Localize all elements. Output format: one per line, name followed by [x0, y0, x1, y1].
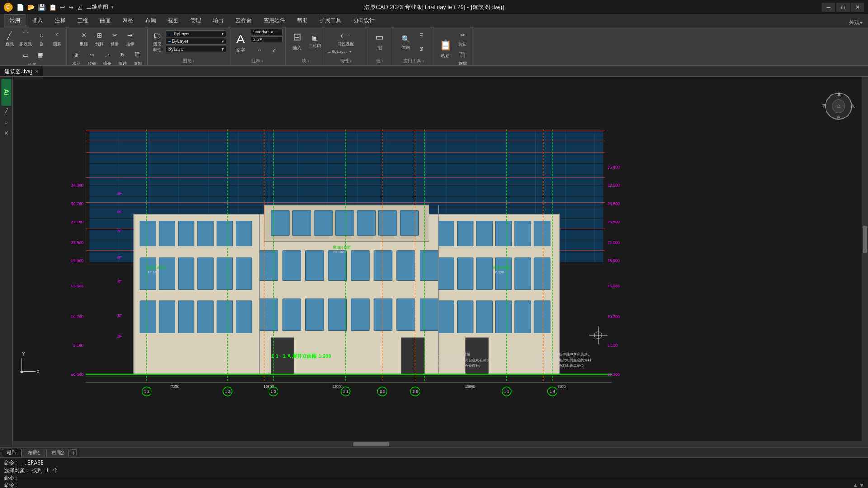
canvas-area[interactable]: ±0.000 5.100 10.200 15.600 19.900 23.500… — [13, 77, 868, 447]
circle-button[interactable]: ○ 圆 — [35, 29, 48, 48]
stretch-button[interactable]: ⇔ 拉伸 — [85, 49, 99, 66]
ai-button[interactable]: Ai — [1, 79, 11, 106]
group-button[interactable]: ▭ 组 — [371, 29, 388, 52]
tab-extend[interactable]: 扩展工具 — [314, 14, 347, 27]
vertical-scrollbar[interactable] — [862, 77, 868, 447]
svg-rect-85 — [259, 299, 278, 331]
rectangle-button[interactable]: ▭ — [19, 49, 33, 61]
doc-tab-close[interactable]: ✕ — [35, 69, 38, 74]
insert-block-button[interactable]: ⊞ 插入 — [288, 29, 306, 52]
left-tool-3[interactable]: ✕ — [1, 128, 11, 138]
tab-manage[interactable]: 管理 — [184, 14, 207, 27]
text-style-selector[interactable]: Standard ▾ — [251, 29, 283, 35]
draw-group-label[interactable]: 绘图 ▾ — [28, 61, 39, 66]
tab-annotate[interactable]: 注释 — [49, 14, 71, 27]
block-group-label[interactable]: 块 ▾ — [302, 57, 309, 64]
ribbon-group-modify: ✕ 删除 ⊞ 分解 ✂ 修剪 ⇥ 延伸 ⊕ 移动 ⇔ 拉伸 — [67, 27, 148, 65]
left-tool-2[interactable]: ○ — [1, 117, 11, 127]
scrollbar-thumb-vertical[interactable] — [863, 226, 867, 253]
properties-group-label[interactable]: 特性 ▾ — [340, 57, 352, 64]
group-group-label[interactable]: 组 ▾ — [376, 57, 383, 64]
restore-button[interactable]: □ — [836, 3, 850, 12]
model-tab-layout1[interactable]: 布局1 — [23, 449, 45, 457]
dimension-button[interactable]: ↔ — [253, 43, 266, 56]
query-button[interactable]: 🔍 查询 — [399, 33, 413, 52]
tab-surface[interactable]: 曲面 — [94, 14, 117, 27]
extend-button[interactable]: ⇥ 延伸 — [123, 29, 137, 48]
text-button[interactable]: A 文字 — [232, 31, 249, 54]
match-properties-button[interactable]: ⟵ 特性匹配 — [328, 29, 363, 48]
utilities-group-label[interactable]: 实用工具 ▾ — [403, 57, 424, 64]
tab-output[interactable]: 输出 — [207, 14, 230, 27]
tab-collab[interactable]: 协同设计 — [347, 14, 381, 27]
decompose-button[interactable]: ⊞ 分解 — [93, 29, 106, 48]
save-icon[interactable]: 💾 — [37, 3, 47, 12]
paste-button[interactable]: 📋 粘贴 — [437, 37, 454, 60]
move-button[interactable]: ⊕ 移动 — [70, 49, 83, 66]
open-icon[interactable]: 📂 — [26, 3, 36, 12]
cmdline-scroll-down[interactable]: ▼ — [859, 482, 864, 488]
tab-mesh[interactable]: 网格 — [117, 14, 139, 27]
layer-group-label[interactable]: 图层 ▾ — [183, 57, 194, 64]
svg-text:35.400: 35.400 — [607, 165, 620, 169]
tab-help[interactable]: 帮助 — [291, 14, 314, 27]
annotate-group-label[interactable]: 注释 ▾ — [251, 57, 263, 64]
tab-apps[interactable]: 应用软件 — [258, 14, 291, 27]
copy-clip-button[interactable]: ⿻ 复制 — [456, 49, 469, 66]
layer-properties-button[interactable]: 🗂 图层特性 — [151, 29, 164, 54]
hatch-button[interactable]: ▦ — [34, 49, 48, 61]
svg-text:2F: 2F — [117, 334, 122, 338]
qrcode-button[interactable]: ▣ 二维码 — [307, 31, 322, 50]
horizontal-scrollbar[interactable] — [13, 441, 862, 447]
redo-icon[interactable]: ↪ — [67, 3, 75, 12]
close-button[interactable]: ✕ — [851, 3, 864, 12]
cut-button[interactable]: ✂ 剪切 — [456, 29, 469, 48]
line-button[interactable]: ╱ 直线 — [3, 29, 16, 48]
util2-button[interactable]: ⊕ — [415, 42, 428, 55]
cmdline-scroll-up[interactable]: ▲ — [853, 482, 858, 488]
copy-button[interactable]: ⿻ 复制 — [131, 49, 145, 66]
leader-button[interactable]: ↙ — [267, 43, 281, 56]
rotate-button[interactable]: ↻ 旋转 — [116, 49, 129, 66]
trim-button[interactable]: ✂ 修剪 — [108, 29, 122, 48]
new-file-icon[interactable]: 📄 — [15, 3, 25, 12]
layer-selector[interactable]: — ByLayer ▾ — [166, 30, 226, 37]
svg-rect-42 — [178, 221, 194, 246]
tab-insert[interactable]: 插入 — [26, 14, 49, 27]
mirror-button[interactable]: ⇌ 镜像 — [100, 49, 114, 66]
left-tool-1[interactable]: ╱ — [1, 107, 11, 117]
model-tab-layout2[interactable]: 布局2 — [46, 449, 69, 457]
color-selector[interactable]: ━ ByLayer ▾ — [166, 38, 226, 45]
erase-button[interactable]: ✕ 删除 — [77, 29, 91, 48]
svg-rect-51 — [378, 211, 396, 236]
undo-icon[interactable]: ↩ — [59, 3, 66, 12]
svg-rect-86 — [283, 299, 301, 331]
minimize-button[interactable]: ─ — [822, 3, 835, 12]
tab-cloud[interactable]: 云存储 — [230, 14, 258, 27]
save-as-icon[interactable]: 📋 — [48, 3, 57, 12]
svg-rect-3 — [90, 142, 603, 152]
tab-layout[interactable]: 布局 — [139, 14, 162, 27]
scrollbar-thumb-horizontal[interactable] — [353, 442, 389, 446]
doc-tab-jianzhu[interactable]: 建筑图.dwg ✕ — [0, 66, 43, 76]
arc-button[interactable]: ◜ 圆弧 — [50, 29, 64, 48]
polyline-button[interactable]: ⌒ 多段线 — [18, 29, 33, 48]
svg-text:2. 主楼立面勒台凸出比为月台色真石漆墙面: 2. 主楼立面勒台凸出比为月台色真石漆墙面 — [425, 358, 494, 362]
tab-3d[interactable]: 三维 — [71, 14, 94, 27]
text-height-selector[interactable]: 2.5 ▾ — [251, 36, 283, 42]
add-layout-button[interactable]: + — [70, 449, 77, 456]
drawing-type-arrow[interactable]: ▾ — [110, 4, 114, 10]
calc-button[interactable]: ⊟ — [415, 29, 428, 42]
draw-tools-row1: ╱ 直线 ⌒ 多段线 ○ 圆 ◜ 圆弧 — [3, 29, 64, 48]
tab-view[interactable]: 视图 — [162, 14, 184, 27]
ribbon-right-menu[interactable]: 外观▾ — [849, 19, 868, 27]
tab-common[interactable]: 常用 — [4, 14, 26, 27]
print-icon[interactable]: 🖨 — [76, 3, 84, 12]
svg-rect-52 — [400, 211, 418, 236]
svg-rect-40 — [140, 221, 156, 246]
svg-text:Y: Y — [22, 351, 25, 357]
svg-text:1-3: 1-3 — [271, 389, 276, 394]
command-input[interactable] — [19, 482, 853, 488]
linetype-selector[interactable]: ByLayer ▾ — [166, 46, 226, 52]
model-tab-model[interactable]: 模型 — [2, 449, 22, 457]
